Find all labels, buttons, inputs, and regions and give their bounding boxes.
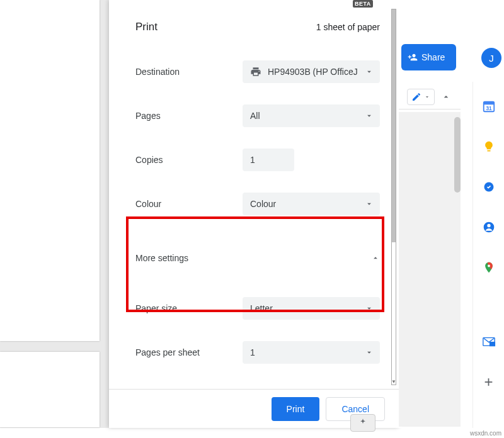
chevron-down-icon	[365, 348, 374, 357]
chevron-up-icon	[441, 92, 451, 102]
chevron-down-icon	[365, 67, 374, 76]
explore-button[interactable]	[350, 414, 375, 432]
copies-row: Copies 1	[135, 149, 380, 171]
beta-badge: BETA	[353, 0, 373, 8]
dialog-scrollbar-thumb[interactable]	[392, 9, 396, 242]
paper-size-value: Letter	[250, 303, 273, 313]
calendar-icon[interactable]: 31	[482, 99, 496, 113]
pages-per-sheet-value: 1	[250, 347, 255, 357]
document-area-sliver	[399, 112, 461, 427]
side-panel-rail: 31 +	[472, 82, 504, 428]
editing-mode-button[interactable]	[407, 89, 435, 105]
destination-label: Destination	[135, 67, 243, 77]
copies-input[interactable]: 1	[243, 149, 294, 171]
colour-row: Colour Colour	[135, 193, 380, 215]
pages-per-sheet-row: Pages per sheet 1	[135, 341, 380, 364]
document-scrollbar-thumb[interactable]	[454, 117, 461, 193]
chevron-up-icon	[371, 254, 380, 262]
printer-icon	[250, 66, 261, 77]
chevron-down-icon	[424, 94, 430, 100]
colour-value: Colour	[250, 199, 276, 209]
account-avatar[interactable]: J	[481, 48, 501, 68]
pages-select[interactable]: All	[243, 104, 380, 127]
destination-row: Destination HP94903B (HP OfficeJ	[135, 60, 380, 83]
pages-per-sheet-label: Pages per sheet	[135, 347, 243, 357]
share-label: Share	[421, 52, 445, 62]
tasks-icon[interactable]	[482, 180, 496, 194]
print-button[interactable]: Print	[272, 397, 320, 421]
destination-select[interactable]: HP94903B (HP OfficeJ	[243, 60, 380, 83]
copies-label: Copies	[135, 155, 243, 165]
copies-value: 1	[250, 155, 255, 165]
contacts-icon[interactable]	[482, 220, 496, 234]
chevron-down-icon	[365, 304, 374, 313]
maps-icon[interactable]	[482, 261, 496, 274]
colour-label: Colour	[135, 199, 243, 209]
destination-value: HP94903B (HP OfficeJ	[268, 67, 358, 77]
preview-page-1	[0, 0, 100, 341]
paper-size-row: Paper size Letter	[135, 297, 380, 320]
collapse-toolbar-button[interactable]	[440, 91, 452, 103]
sparkle-icon	[358, 418, 368, 428]
print-title: Print	[135, 21, 158, 33]
print-preview-column	[0, 0, 109, 428]
paper-size-label: Paper size	[135, 303, 243, 313]
share-button[interactable]: Share	[401, 44, 456, 70]
more-settings-toggle[interactable]: More settings	[135, 247, 380, 269]
chevron-down-icon	[365, 111, 374, 120]
svg-rect-8	[489, 342, 495, 346]
avatar-initial: J	[489, 53, 494, 64]
svg-point-5	[487, 224, 490, 227]
chevron-down-icon	[365, 199, 374, 208]
pages-label: Pages	[135, 111, 243, 121]
svg-rect-1	[483, 102, 494, 105]
pages-per-sheet-select[interactable]: 1	[243, 341, 380, 364]
svg-text:31: 31	[486, 106, 492, 111]
toolbar-right-segment	[399, 84, 461, 110]
add-addon-button[interactable]: +	[482, 375, 496, 389]
preview-page-2	[0, 352, 100, 427]
keep-icon[interactable]	[482, 140, 496, 154]
scroll-down-arrow-icon[interactable]: ▼	[391, 379, 396, 385]
pages-value: All	[250, 111, 260, 121]
watermark-text: wsxdn.com	[470, 430, 501, 437]
print-dialog: Print 1 sheet of paper Destination HP949…	[109, 0, 399, 428]
pencil-icon	[411, 92, 421, 102]
sheet-count: 1 sheet of paper	[316, 22, 380, 32]
pages-row: Pages All	[135, 104, 380, 127]
mail-addon-icon[interactable]	[482, 335, 496, 349]
paper-size-select[interactable]: Letter	[243, 297, 380, 320]
print-dialog-header: Print 1 sheet of paper	[135, 16, 380, 38]
more-settings-label: More settings	[135, 253, 188, 263]
colour-select[interactable]: Colour	[243, 193, 380, 215]
svg-point-6	[488, 265, 490, 267]
print-dialog-body: Print 1 sheet of paper Destination HP949…	[109, 9, 391, 380]
person-add-icon	[408, 52, 418, 62]
